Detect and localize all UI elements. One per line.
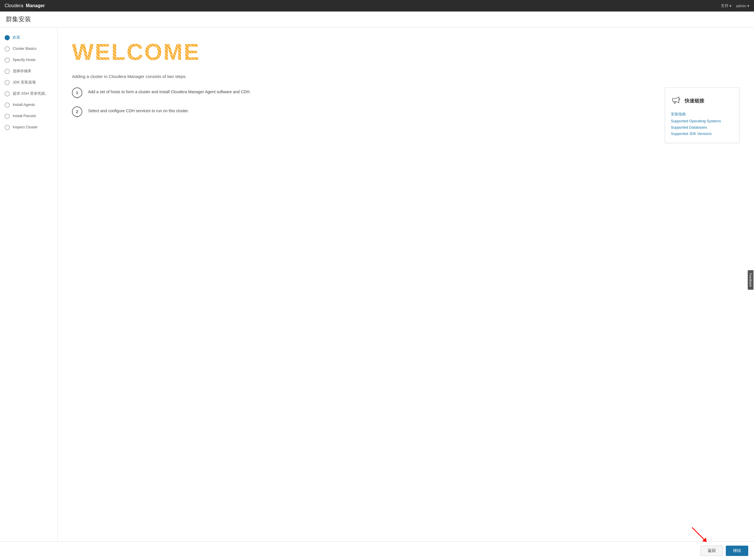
sidebar-item-select-repo[interactable]: 选择存储库 <box>0 66 57 77</box>
nav-right: 支持 ▾ admin ▾ <box>721 3 749 8</box>
sidebar-label-welcome: 欢迎 <box>13 35 20 40</box>
sidebar-dot-welcome <box>5 35 10 40</box>
step-1-circle: 1 <box>72 87 82 98</box>
quick-links-list: 安装指南 Supported Operating Systems Support… <box>671 112 734 136</box>
arrow-svg <box>689 525 709 545</box>
step-1: 1 Add a set of hosts to form a cluster a… <box>72 87 653 98</box>
megaphone-icon <box>671 95 681 107</box>
brand-logo: Cloudera Manager <box>5 3 45 8</box>
admin-chevron-icon: ▾ <box>747 4 749 8</box>
sidebar-item-install-parcels[interactable]: Install Parcels <box>0 111 57 122</box>
quick-link-install-guide-link[interactable]: 安装指南 <box>671 112 686 116</box>
sidebar-item-inspect-cluster[interactable]: Inspect Cluster <box>0 122 57 133</box>
sidebar-dot-ssh-credentials <box>5 91 10 96</box>
sidebar-item-welcome[interactable]: 欢迎 <box>0 32 57 43</box>
quick-link-supported-jdk[interactable]: Supported JDK Versions <box>671 131 734 136</box>
sidebar-dot-install-agents <box>5 102 10 107</box>
top-nav: Cloudera Manager 支持 ▾ admin ▾ <box>0 0 754 12</box>
back-button[interactable]: 返回 <box>700 546 723 556</box>
sidebar-dot-cluster-basics <box>5 46 10 52</box>
sidebar-dot-inspect-cluster <box>5 125 10 130</box>
quick-links-title: 快速链接 <box>684 98 704 104</box>
sidebar-label-cluster-basics: Cluster Basics <box>13 46 37 51</box>
page-header: 群集安装 <box>0 12 754 27</box>
step-1-text: Add a set of hosts to form a cluster and… <box>88 87 251 95</box>
sidebar-dot-install-parcels <box>5 114 10 119</box>
sidebar-item-cluster-basics[interactable]: Cluster Basics <box>0 43 57 54</box>
step-2-number: 2 <box>76 109 78 114</box>
sidebar-label-ssh-credentials: 提供 SSH 登录凭据。 <box>13 91 48 96</box>
sidebar: 欢迎 Cluster Basics Specify Hosts 选择存储库 JD… <box>0 27 58 541</box>
step-1-number: 1 <box>76 91 78 95</box>
welcome-title: WELCOME <box>72 39 740 65</box>
quick-link-supported-os[interactable]: Supported Operating Systems <box>671 119 734 123</box>
sidebar-item-jdk-options[interactable]: JDK 安装选项 <box>0 77 57 88</box>
admin-menu[interactable]: admin ▾ <box>736 3 749 8</box>
sidebar-dot-specify-hosts <box>5 58 10 63</box>
support-chevron-icon: ▾ <box>730 4 732 8</box>
main-layout: 欢迎 Cluster Basics Specify Hosts 选择存储库 JD… <box>0 27 754 541</box>
sidebar-label-install-agents: Install Agents <box>13 102 35 107</box>
admin-label: admin <box>736 4 746 8</box>
sidebar-item-install-agents[interactable]: Install Agents <box>0 99 57 111</box>
subtitle: Adding a cluster in Cloudera Manager con… <box>72 74 740 79</box>
quick-link-install-guide[interactable]: 安装指南 <box>671 112 734 117</box>
brand-product: Manager <box>26 3 45 8</box>
sidebar-label-jdk-options: JDK 安装选项 <box>13 80 36 85</box>
continue-button[interactable]: 继续 <box>726 546 748 556</box>
sidebar-label-inspect-cluster: Inspect Cluster <box>13 125 38 130</box>
brand-name: Cloudera <box>5 3 23 8</box>
sidebar-dot-select-repo <box>5 69 10 74</box>
quick-link-supported-os-link[interactable]: Supported Operating Systems <box>671 119 721 123</box>
step-2: 2 Select and configure CDH services to r… <box>72 106 653 117</box>
sidebar-item-ssh-credentials[interactable]: 提供 SSH 登录凭据。 <box>0 88 57 99</box>
steps-and-links: 1 Add a set of hosts to form a cluster a… <box>72 87 740 143</box>
step-2-circle: 2 <box>72 106 82 117</box>
quick-link-supported-jdk-link[interactable]: Supported JDK Versions <box>671 132 712 136</box>
quick-link-supported-db[interactable]: Supported Databases <box>671 125 734 129</box>
sidebar-label-specify-hosts: Specify Hosts <box>13 57 35 62</box>
footer: 返回 继续 <box>0 541 754 560</box>
sidebar-label-install-parcels: Install Parcels <box>13 113 36 119</box>
sidebar-dot-jdk-options <box>5 80 10 85</box>
steps-container: 1 Add a set of hosts to form a cluster a… <box>72 87 653 125</box>
support-menu[interactable]: 支持 ▾ <box>721 3 732 8</box>
quick-links-card: 快速链接 安装指南 Supported Operating Systems Su… <box>665 87 740 143</box>
sidebar-item-specify-hosts[interactable]: Specify Hosts <box>0 54 57 66</box>
main-content: WELCOME Adding a cluster in Cloudera Man… <box>58 27 754 541</box>
step-2-text: Select and configure CDH services to run… <box>88 106 189 114</box>
quick-link-supported-db-link[interactable]: Supported Databases <box>671 125 707 129</box>
feedback-tab[interactable]: Feedback <box>748 270 753 290</box>
sidebar-label-select-repo: 选择存储库 <box>13 68 32 74</box>
arrow-indicator <box>689 525 709 546</box>
page-title: 群集安装 <box>6 16 31 23</box>
quick-links-header: 快速链接 <box>671 95 734 107</box>
support-label: 支持 <box>721 3 728 8</box>
